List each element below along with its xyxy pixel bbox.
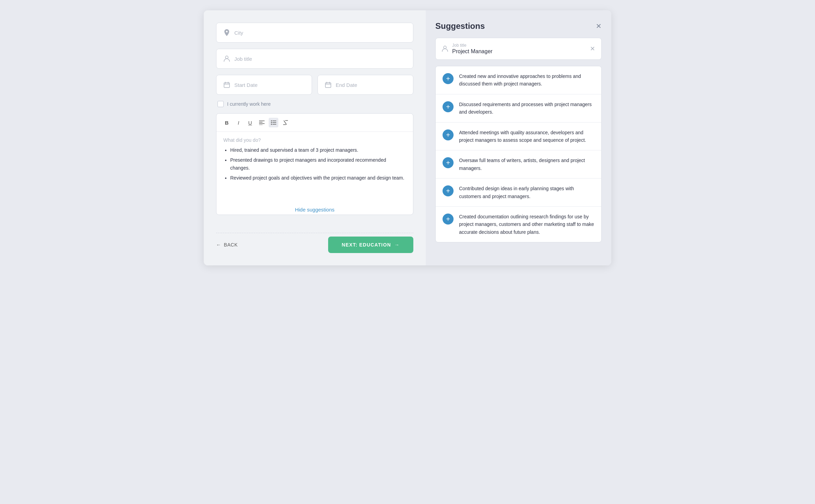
svg-point-11 bbox=[271, 124, 272, 125]
next-button[interactable]: NEXT: EDUCATION → bbox=[328, 237, 413, 253]
next-arrow-icon: → bbox=[394, 242, 400, 248]
svg-line-13 bbox=[284, 121, 287, 125]
bullet-2: Presented drawings to project managers a… bbox=[230, 156, 406, 172]
suggestion-text-2: Attended meetings with quality assurance… bbox=[459, 129, 594, 144]
person-icon bbox=[223, 55, 230, 62]
currently-work-here-label: I currently work here bbox=[227, 101, 271, 107]
bullet-3: Reviewed project goals and objectives wi… bbox=[230, 174, 406, 182]
suggestions-person-icon bbox=[442, 46, 448, 52]
suggestion-item-1[interactable]: + Discussed requirements and processes w… bbox=[436, 94, 601, 123]
underline-button[interactable]: U bbox=[245, 118, 255, 127]
main-container: City Job title bbox=[204, 10, 611, 265]
svg-point-0 bbox=[225, 56, 228, 59]
clear-format-button[interactable] bbox=[280, 118, 290, 127]
end-date-field[interactable]: End Date bbox=[317, 75, 413, 95]
back-button-label: BACK bbox=[224, 242, 238, 248]
bottom-nav: ← BACK NEXT: EDUCATION → bbox=[216, 233, 413, 253]
suggestions-job-clear-button[interactable]: ✕ bbox=[590, 45, 595, 53]
start-date-label: Start Date bbox=[234, 82, 258, 88]
suggestion-item-3[interactable]: + Oversaw full teams of writers, artists… bbox=[436, 150, 601, 179]
job-title-field[interactable]: Job title bbox=[216, 49, 413, 69]
suggestion-item-0[interactable]: + Created new and innovative approaches … bbox=[436, 66, 601, 94]
suggestion-text-1: Discussed requirements and processes wit… bbox=[459, 101, 594, 116]
bold-button[interactable]: B bbox=[222, 118, 232, 127]
job-title-label: Job title bbox=[234, 56, 252, 62]
bullet-list-button[interactable] bbox=[269, 118, 278, 127]
add-icon-1: + bbox=[443, 101, 454, 112]
svg-point-7 bbox=[271, 121, 272, 122]
city-label: City bbox=[234, 30, 243, 36]
calendar-icon-end bbox=[325, 81, 332, 88]
description-editor: B I U What did you do? Hired, trained an… bbox=[216, 113, 413, 215]
svg-point-9 bbox=[271, 122, 272, 123]
suggestion-text-5: Created documentation outlining research… bbox=[459, 213, 594, 236]
suggestions-title: Suggestions bbox=[435, 21, 485, 31]
start-date-field[interactable]: Start Date bbox=[216, 75, 312, 95]
suggestions-job-field: Job title Project Manager ✕ bbox=[435, 38, 602, 60]
suggestion-text-0: Created new and innovative approaches to… bbox=[459, 72, 594, 88]
add-icon-2: + bbox=[443, 129, 454, 140]
location-icon bbox=[223, 29, 230, 36]
svg-point-16 bbox=[444, 46, 446, 49]
suggestion-item-4[interactable]: + Contributed design ideas in early plan… bbox=[436, 179, 601, 207]
left-panel: City Job title bbox=[204, 10, 426, 265]
end-date-label: End Date bbox=[336, 82, 357, 88]
calendar-icon-start bbox=[223, 81, 230, 88]
editor-content: Hired, trained and supervised a team of … bbox=[223, 146, 406, 182]
italic-button[interactable]: I bbox=[234, 118, 243, 127]
add-icon-0: + bbox=[443, 73, 454, 84]
align-left-button[interactable] bbox=[257, 118, 267, 127]
next-button-label: NEXT: EDUCATION bbox=[342, 242, 391, 248]
svg-rect-2 bbox=[325, 83, 331, 88]
currently-work-here-checkbox[interactable] bbox=[217, 101, 224, 107]
suggestion-text-3: Oversaw full teams of writers, artists, … bbox=[459, 157, 594, 172]
editor-bullets: Hired, trained and supervised a team of … bbox=[223, 146, 406, 182]
date-row: Start Date End Date bbox=[216, 75, 413, 95]
add-icon-3: + bbox=[443, 157, 454, 168]
svg-rect-1 bbox=[224, 83, 230, 88]
suggestion-item-2[interactable]: + Attended meetings with quality assuran… bbox=[436, 123, 601, 151]
editor-body[interactable]: What did you do? Hired, trained and supe… bbox=[216, 132, 413, 201]
hide-suggestions-link[interactable]: Hide suggestions bbox=[216, 201, 413, 215]
suggestion-text-4: Contributed design ideas in early planni… bbox=[459, 185, 594, 200]
add-icon-4: + bbox=[443, 185, 454, 196]
editor-placeholder: What did you do? bbox=[223, 137, 406, 143]
suggestions-job-content: Job title Project Manager bbox=[452, 43, 586, 55]
right-panel: Suggestions ✕ Job title Project Manager … bbox=[426, 10, 611, 265]
back-button[interactable]: ← BACK bbox=[216, 242, 238, 248]
suggestion-item-5[interactable]: + Created documentation outlining resear… bbox=[436, 207, 601, 242]
editor-toolbar: B I U bbox=[216, 114, 413, 132]
suggestions-job-value: Project Manager bbox=[452, 48, 586, 55]
suggestions-list: + Created new and innovative approaches … bbox=[435, 66, 602, 242]
suggestions-close-button[interactable]: ✕ bbox=[596, 23, 602, 30]
suggestions-job-sublabel: Job title bbox=[452, 43, 586, 48]
currently-work-here-row: I currently work here bbox=[216, 101, 413, 107]
add-icon-5: + bbox=[443, 214, 454, 225]
back-arrow-icon: ← bbox=[216, 242, 221, 248]
city-field[interactable]: City bbox=[216, 23, 413, 43]
suggestions-header: Suggestions ✕ bbox=[435, 21, 602, 31]
bullet-1: Hired, trained and supervised a team of … bbox=[230, 146, 406, 154]
